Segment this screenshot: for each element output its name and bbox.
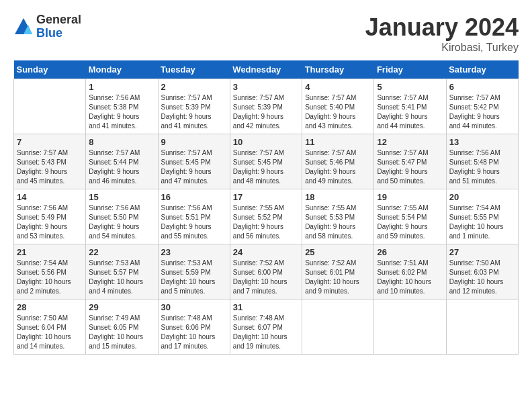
cell-content: Sunrise: 7:55 AM Sunset: 5:53 PM Dayligh…	[305, 203, 371, 241]
day-number: 13	[449, 137, 515, 147]
cell-content: Sunrise: 7:57 AM Sunset: 5:42 PM Dayligh…	[449, 93, 515, 131]
calendar-cell: 31Sunrise: 7:48 AM Sunset: 6:07 PM Dayli…	[230, 300, 302, 355]
month-title: January 2024	[365, 13, 519, 42]
cell-content: Sunrise: 7:50 AM Sunset: 6:03 PM Dayligh…	[449, 259, 515, 296]
logo: General Blue	[13, 13, 81, 40]
cell-content: Sunrise: 7:52 AM Sunset: 6:01 PM Dayligh…	[305, 259, 371, 296]
calendar-cell: 4Sunrise: 7:57 AM Sunset: 5:40 PM Daylig…	[302, 79, 374, 134]
cell-content: Sunrise: 7:56 AM Sunset: 5:49 PM Dayligh…	[17, 203, 83, 241]
cell-content: Sunrise: 7:50 AM Sunset: 6:04 PM Dayligh…	[17, 314, 83, 351]
header-cell-friday: Friday	[374, 60, 446, 79]
day-number: 11	[305, 137, 371, 147]
cell-content: Sunrise: 7:53 AM Sunset: 5:57 PM Dayligh…	[89, 259, 154, 296]
cell-content: Sunrise: 7:57 AM Sunset: 5:39 PM Dayligh…	[233, 93, 299, 131]
day-number: 26	[377, 247, 443, 257]
page-header: General Blue January 2024 Kirobasi, Turk…	[13, 13, 519, 54]
day-number: 8	[89, 137, 154, 147]
day-number: 18	[305, 192, 371, 202]
cell-content: Sunrise: 7:54 AM Sunset: 5:55 PM Dayligh…	[449, 203, 515, 241]
calendar-cell: 25Sunrise: 7:52 AM Sunset: 6:01 PM Dayli…	[302, 244, 374, 300]
cell-content: Sunrise: 7:57 AM Sunset: 5:43 PM Dayligh…	[17, 148, 83, 186]
logo-text: General Blue	[36, 13, 81, 40]
calendar-cell: 10Sunrise: 7:57 AM Sunset: 5:45 PM Dayli…	[230, 134, 302, 189]
calendar-cell: 26Sunrise: 7:51 AM Sunset: 6:02 PM Dayli…	[374, 244, 446, 300]
cell-content: Sunrise: 7:49 AM Sunset: 6:05 PM Dayligh…	[89, 314, 154, 351]
calendar-cell: 21Sunrise: 7:54 AM Sunset: 5:56 PM Dayli…	[14, 244, 86, 300]
day-number: 24	[233, 247, 299, 257]
header-cell-wednesday: Wednesday	[230, 60, 302, 79]
calendar-cell: 19Sunrise: 7:55 AM Sunset: 5:54 PM Dayli…	[374, 189, 446, 244]
calendar-cell	[14, 79, 86, 134]
calendar-cell: 18Sunrise: 7:55 AM Sunset: 5:53 PM Dayli…	[302, 189, 374, 244]
header-row: SundayMondayTuesdayWednesdayThursdayFrid…	[14, 60, 519, 79]
day-number: 22	[89, 247, 154, 257]
cell-content: Sunrise: 7:56 AM Sunset: 5:48 PM Dayligh…	[449, 148, 515, 186]
day-number: 3	[233, 82, 299, 92]
cell-content: Sunrise: 7:57 AM Sunset: 5:39 PM Dayligh…	[161, 93, 227, 131]
header-cell-monday: Monday	[86, 60, 158, 79]
day-number: 5	[377, 82, 443, 92]
calendar-cell: 5Sunrise: 7:57 AM Sunset: 5:41 PM Daylig…	[374, 79, 446, 134]
calendar-cell	[446, 300, 518, 355]
calendar-cell: 14Sunrise: 7:56 AM Sunset: 5:49 PM Dayli…	[14, 189, 86, 244]
day-number: 20	[449, 192, 515, 202]
calendar-cell: 9Sunrise: 7:57 AM Sunset: 5:45 PM Daylig…	[158, 134, 230, 189]
day-number: 1	[89, 82, 154, 92]
day-number: 29	[89, 302, 154, 312]
header-cell-sunday: Sunday	[14, 60, 86, 79]
day-number: 15	[89, 192, 154, 202]
calendar-cell: 27Sunrise: 7:50 AM Sunset: 6:03 PM Dayli…	[446, 244, 518, 300]
title-block: January 2024 Kirobasi, Turkey	[365, 13, 519, 54]
cell-content: Sunrise: 7:57 AM Sunset: 5:41 PM Dayligh…	[377, 93, 443, 131]
cell-content: Sunrise: 7:55 AM Sunset: 5:54 PM Dayligh…	[377, 203, 443, 241]
header-cell-thursday: Thursday	[302, 60, 374, 79]
day-number: 23	[161, 247, 227, 257]
calendar-cell: 24Sunrise: 7:52 AM Sunset: 6:00 PM Dayli…	[230, 244, 302, 300]
calendar-cell: 22Sunrise: 7:53 AM Sunset: 5:57 PM Dayli…	[86, 244, 158, 300]
day-number: 16	[161, 192, 227, 202]
calendar-cell: 23Sunrise: 7:53 AM Sunset: 5:59 PM Dayli…	[158, 244, 230, 300]
cell-content: Sunrise: 7:56 AM Sunset: 5:50 PM Dayligh…	[89, 203, 154, 241]
day-number: 7	[17, 137, 83, 147]
calendar-cell: 15Sunrise: 7:56 AM Sunset: 5:50 PM Dayli…	[86, 189, 158, 244]
calendar-cell	[374, 300, 446, 355]
cell-content: Sunrise: 7:48 AM Sunset: 6:07 PM Dayligh…	[233, 314, 299, 351]
day-number: 25	[305, 247, 371, 257]
week-row-1: 1Sunrise: 7:56 AM Sunset: 5:38 PM Daylig…	[14, 79, 519, 134]
day-number: 2	[161, 82, 227, 92]
cell-content: Sunrise: 7:56 AM Sunset: 5:38 PM Dayligh…	[89, 93, 154, 131]
cell-content: Sunrise: 7:55 AM Sunset: 5:52 PM Dayligh…	[233, 203, 299, 241]
calendar-cell: 7Sunrise: 7:57 AM Sunset: 5:43 PM Daylig…	[14, 134, 86, 189]
logo-blue: Blue	[36, 27, 81, 40]
calendar-cell: 28Sunrise: 7:50 AM Sunset: 6:04 PM Dayli…	[14, 300, 86, 355]
calendar-cell: 29Sunrise: 7:49 AM Sunset: 6:05 PM Dayli…	[86, 300, 158, 355]
calendar-cell: 17Sunrise: 7:55 AM Sunset: 5:52 PM Dayli…	[230, 189, 302, 244]
cell-content: Sunrise: 7:51 AM Sunset: 6:02 PM Dayligh…	[377, 259, 443, 296]
day-number: 6	[449, 82, 515, 92]
cell-content: Sunrise: 7:48 AM Sunset: 6:06 PM Dayligh…	[161, 314, 227, 351]
cell-content: Sunrise: 7:57 AM Sunset: 5:45 PM Dayligh…	[233, 148, 299, 186]
calendar-cell: 16Sunrise: 7:56 AM Sunset: 5:51 PM Dayli…	[158, 189, 230, 244]
calendar-cell: 1Sunrise: 7:56 AM Sunset: 5:38 PM Daylig…	[86, 79, 158, 134]
cell-content: Sunrise: 7:56 AM Sunset: 5:51 PM Dayligh…	[161, 203, 227, 241]
calendar-cell: 12Sunrise: 7:57 AM Sunset: 5:47 PM Dayli…	[374, 134, 446, 189]
cell-content: Sunrise: 7:57 AM Sunset: 5:45 PM Dayligh…	[161, 148, 227, 186]
calendar-cell: 30Sunrise: 7:48 AM Sunset: 6:06 PM Dayli…	[158, 300, 230, 355]
cell-content: Sunrise: 7:57 AM Sunset: 5:40 PM Dayligh…	[305, 93, 371, 131]
header-cell-tuesday: Tuesday	[158, 60, 230, 79]
location-subtitle: Kirobasi, Turkey	[365, 42, 519, 54]
week-row-4: 21Sunrise: 7:54 AM Sunset: 5:56 PM Dayli…	[14, 244, 519, 300]
calendar-cell: 11Sunrise: 7:57 AM Sunset: 5:46 PM Dayli…	[302, 134, 374, 189]
week-row-2: 7Sunrise: 7:57 AM Sunset: 5:43 PM Daylig…	[14, 134, 519, 189]
day-number: 27	[449, 247, 515, 257]
day-number: 10	[233, 137, 299, 147]
cell-content: Sunrise: 7:57 AM Sunset: 5:44 PM Dayligh…	[89, 148, 154, 186]
calendar-cell: 2Sunrise: 7:57 AM Sunset: 5:39 PM Daylig…	[158, 79, 230, 134]
header-cell-saturday: Saturday	[446, 60, 518, 79]
day-number: 28	[17, 302, 83, 312]
calendar-cell: 8Sunrise: 7:57 AM Sunset: 5:44 PM Daylig…	[86, 134, 158, 189]
day-number: 19	[377, 192, 443, 202]
calendar-cell	[302, 300, 374, 355]
day-number: 12	[377, 137, 443, 147]
calendar-table: SundayMondayTuesdayWednesdayThursdayFrid…	[13, 60, 519, 355]
